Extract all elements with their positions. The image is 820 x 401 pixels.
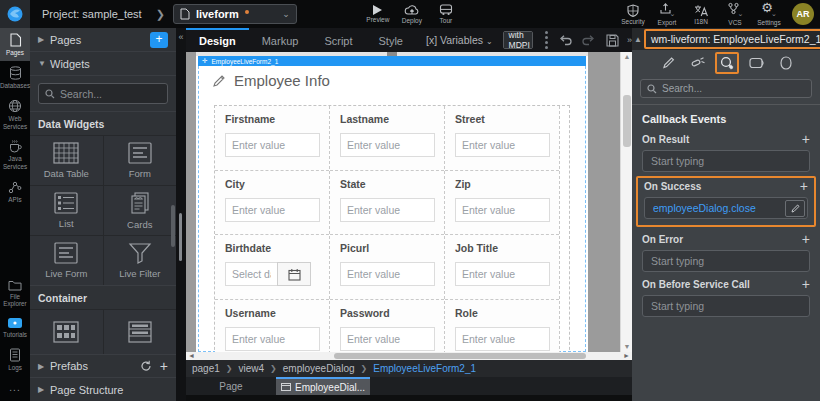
job-title-input[interactable] bbox=[455, 262, 550, 286]
export-button[interactable]: ⌄ Export bbox=[650, 0, 684, 28]
birthdate-input[interactable] bbox=[225, 262, 277, 286]
edit-on-success-button[interactable] bbox=[785, 200, 805, 217]
calendar-button[interactable] bbox=[277, 262, 311, 286]
pages-accordion[interactable]: ▶ Pages + bbox=[30, 28, 176, 52]
app-logo[interactable] bbox=[0, 0, 30, 28]
device-selector[interactable]: Laptop with MDPI Screen ⌄ bbox=[503, 31, 533, 49]
deploy-button[interactable]: Deploy bbox=[395, 0, 429, 28]
field-zip[interactable]: Zip bbox=[445, 171, 559, 236]
zip-input[interactable] bbox=[455, 198, 550, 222]
page-surface[interactable]: ✛ EmployeeLiveForm2_1 Employee Info Firs… bbox=[196, 52, 588, 352]
rail-item-tutorials[interactable]: Tutorials bbox=[0, 312, 30, 343]
save-button[interactable] bbox=[606, 34, 619, 47]
scroll-down-arrow[interactable]: ▼ bbox=[621, 342, 632, 352]
form-title[interactable]: Employee Info bbox=[212, 72, 330, 89]
widget-search[interactable] bbox=[38, 83, 168, 104]
vcs-button[interactable]: ⌄ VCS bbox=[718, 0, 752, 28]
add-prefab-button[interactable]: + bbox=[160, 358, 168, 374]
tour-button[interactable]: Tour bbox=[429, 0, 463, 28]
widget-tile-list[interactable]: List bbox=[30, 186, 103, 235]
rail-item-file-explorer[interactable]: File Explorer bbox=[0, 274, 30, 313]
street-input[interactable] bbox=[455, 133, 550, 157]
settings-button[interactable]: ⚙ ⌄ Settings bbox=[752, 0, 786, 28]
rail-item-pages[interactable]: Pages bbox=[0, 28, 30, 61]
redo-button[interactable] bbox=[582, 35, 596, 46]
canvas-horizontal-scrollbar[interactable]: ◄ ► bbox=[186, 352, 632, 360]
field-picurl[interactable]: Picurl bbox=[330, 235, 444, 300]
field-job-title[interactable]: Job Title bbox=[445, 235, 559, 300]
widget-tile-data-table[interactable]: Data Table bbox=[30, 136, 103, 185]
collapse-panel-button[interactable]: « bbox=[176, 30, 186, 44]
device-tab[interactable] bbox=[745, 52, 769, 74]
widget-tile-live-form[interactable]: Live Form bbox=[30, 236, 103, 285]
tab-employee-dialog[interactable]: EmployeeDial... bbox=[276, 377, 370, 395]
field-firstname[interactable]: Firstname bbox=[215, 106, 329, 171]
tab-page[interactable]: Page bbox=[186, 377, 276, 395]
state-input[interactable] bbox=[340, 198, 435, 222]
role-input[interactable] bbox=[455, 327, 550, 351]
add-on-before-service-call-button[interactable]: + bbox=[802, 278, 810, 290]
add-page-button[interactable]: + bbox=[150, 32, 168, 48]
tab-markup[interactable]: Markup bbox=[249, 28, 312, 52]
rail-item-databases[interactable]: Databases bbox=[0, 61, 30, 94]
on-error-input[interactable] bbox=[651, 255, 807, 267]
breadcrumb-current[interactable]: EmployeeLiveForm2_1 bbox=[373, 363, 476, 374]
page-structure-accordion[interactable]: ▶ Page Structure bbox=[30, 378, 176, 401]
field-state[interactable]: State bbox=[330, 171, 444, 236]
user-avatar[interactable]: AR bbox=[792, 3, 814, 25]
username-input[interactable] bbox=[225, 327, 320, 351]
liveform-selection-bar[interactable]: ✛ EmployeeLiveForm2_1 bbox=[198, 56, 586, 66]
breadcrumb-employeeDialog[interactable]: employeeDialog bbox=[283, 363, 355, 374]
rail-item-apis[interactable]: APIs bbox=[0, 175, 30, 208]
field-birthdate[interactable]: Birthdate bbox=[215, 235, 329, 300]
field-username[interactable]: Username bbox=[215, 300, 329, 353]
events-tab[interactable] bbox=[715, 52, 739, 74]
styles-tab[interactable] bbox=[686, 52, 710, 74]
breadcrumb-page1[interactable]: page1 bbox=[192, 363, 220, 374]
properties-search[interactable] bbox=[640, 79, 812, 98]
properties-search-input[interactable] bbox=[662, 83, 792, 94]
add-on-result-button[interactable]: + bbox=[802, 133, 810, 145]
widget-tile-grid-layout[interactable] bbox=[30, 310, 103, 354]
canvas-vertical-scrollbar[interactable]: ▲ ▼ bbox=[620, 52, 632, 352]
scroll-right-arrow[interactable]: ► bbox=[623, 352, 630, 360]
widget-tile-cards[interactable]: Cards bbox=[104, 186, 177, 235]
widget-search-input[interactable] bbox=[60, 88, 160, 100]
field-password[interactable]: Password bbox=[330, 300, 444, 353]
rail-item-java-services[interactable]: Java Services bbox=[0, 134, 30, 175]
security-button[interactable]: Security bbox=[616, 0, 650, 28]
widget-tile-form[interactable]: Form bbox=[104, 136, 177, 185]
security-tab[interactable] bbox=[774, 52, 798, 74]
add-on-error-button[interactable]: + bbox=[802, 233, 810, 245]
widget-tile-layout[interactable] bbox=[104, 310, 177, 354]
picurl-input[interactable] bbox=[340, 262, 435, 286]
add-on-success-button[interactable]: + bbox=[800, 180, 808, 192]
widget-tile-live-filter[interactable]: Live Filter bbox=[104, 236, 177, 285]
on-success-input[interactable] bbox=[653, 202, 785, 214]
scroll-left-arrow[interactable]: ◄ bbox=[188, 352, 195, 360]
field-lastname[interactable]: Lastname bbox=[330, 106, 444, 171]
on-before-service-call-input[interactable] bbox=[651, 300, 807, 312]
panel-scrollbar[interactable] bbox=[171, 205, 175, 247]
tab-style[interactable]: Style bbox=[366, 28, 416, 52]
divider-scrollbar[interactable] bbox=[179, 213, 182, 261]
lastname-input[interactable] bbox=[340, 133, 435, 157]
prefabs-accordion[interactable]: ▶ Prefabs + bbox=[30, 354, 176, 378]
scroll-up-arrow[interactable]: ▲ bbox=[621, 52, 632, 62]
collapse-panel-arrow[interactable]: ▲ bbox=[634, 35, 642, 44]
widgets-accordion[interactable]: ▼ Widgets bbox=[30, 52, 176, 76]
variables-dropdown[interactable]: [x] Variables ⌄ bbox=[426, 34, 493, 46]
on-result-input[interactable] bbox=[651, 155, 807, 167]
tab-design[interactable]: Design bbox=[186, 28, 249, 52]
refresh-icon[interactable] bbox=[140, 360, 152, 372]
tab-script[interactable]: Script bbox=[311, 28, 365, 52]
firstname-input[interactable] bbox=[225, 133, 320, 157]
preview-button[interactable]: Preview bbox=[361, 0, 395, 28]
field-role[interactable]: Role bbox=[445, 300, 559, 353]
rail-overflow-button[interactable]: ... bbox=[0, 376, 30, 401]
page-selector-dropdown[interactable]: liveform ⌄ bbox=[173, 4, 297, 24]
rail-item-web-services[interactable]: Web Services bbox=[0, 94, 30, 135]
password-input[interactable] bbox=[340, 327, 435, 351]
properties-tab[interactable] bbox=[656, 52, 680, 74]
more-options-button[interactable] bbox=[545, 31, 548, 49]
